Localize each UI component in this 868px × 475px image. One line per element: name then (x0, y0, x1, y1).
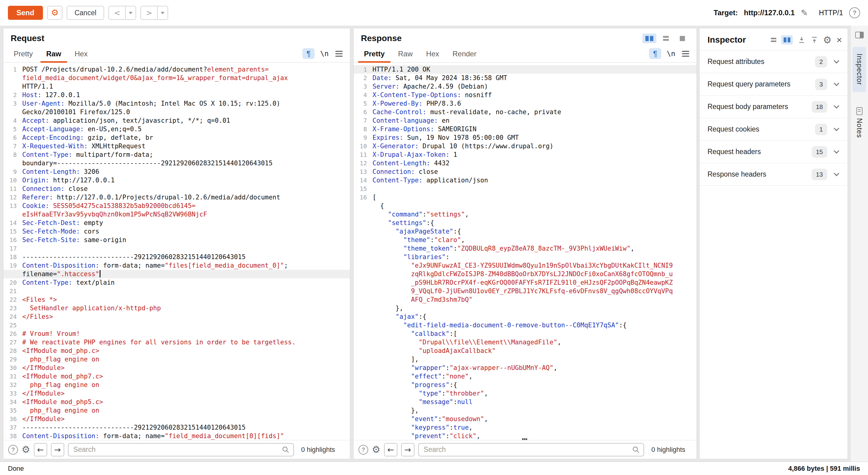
code-line[interactable]: ], (353, 355, 696, 363)
code-line[interactable]: 12Referer: http://127.0.0.1/Projects/dru… (3, 193, 350, 201)
code-line[interactable]: 3User-Agent: Mozilla/5.0 (Macintosh; Int… (3, 99, 350, 108)
code-line[interactable]: 6Cache-Control: must-revalidate, no-cach… (353, 108, 696, 116)
code-line[interactable]: 38Content-Disposition: form-data; name="… (3, 432, 350, 440)
code-line[interactable]: 33</IfModule> (3, 389, 350, 398)
inspector-section-response-headers[interactable]: Response headers13 (700, 163, 847, 186)
code-line[interactable]: 35 php_flag engine on (3, 406, 350, 415)
history-forward-dropdown[interactable] (157, 6, 167, 19)
tab-raw[interactable]: Raw (40, 45, 68, 62)
code-line[interactable]: 8X-Frame-Options: SAMEORIGIN (353, 125, 696, 133)
code-line[interactable]: 19Content-Disposition: form-data; name="… (3, 261, 350, 270)
code-line[interactable]: 11X-Drupal-Ajax-Token: 1 (353, 150, 696, 159)
code-line[interactable]: field_media_document/widget/0&ajax_form=… (3, 74, 350, 82)
request-editor[interactable]: 1POST /Projects/drupal-10.2.6/media/add/… (3, 63, 350, 440)
edit-target-icon[interactable]: ✎ (801, 8, 808, 18)
code-line[interactable]: 15Sec-Fetch-Mode: cors (3, 227, 350, 236)
code-line[interactable]: "type":"throbber", (353, 389, 696, 398)
tab-raw[interactable]: Raw (391, 45, 420, 62)
code-line[interactable]: 26# Vroum! Vroum! (3, 329, 350, 338)
editor-menu-button[interactable] (681, 50, 690, 58)
code-line[interactable]: 7X-Requested-With: XMLHttpRequest (3, 142, 350, 150)
search-next-button[interactable]: → (51, 443, 64, 456)
code-line[interactable]: "message":null (353, 398, 696, 406)
code-line[interactable]: 2Date: Sat, 04 May 2024 18:36:58 GMT (353, 74, 696, 82)
search-settings-icon[interactable]: ⚙ (22, 445, 30, 454)
show-newlines-toggle[interactable]: \n (667, 50, 675, 58)
code-line[interactable]: "uploadAjaxCallback" (353, 347, 696, 355)
history-back-dropdown[interactable] (125, 6, 135, 19)
code-line[interactable]: 31<IfModule mod_php7.c> (3, 372, 350, 381)
inspector-section-request-attributes[interactable]: Request attributes2 (700, 51, 847, 73)
history-back-button[interactable]: < (109, 6, 125, 19)
code-line[interactable]: HTTP/1.1 (3, 82, 350, 91)
code-line[interactable]: }, (353, 304, 696, 312)
tab-notes[interactable]: Notes (852, 100, 866, 145)
tab-pretty[interactable]: Pretty (357, 45, 391, 62)
code-line[interactable]: "progress":{ (353, 381, 696, 389)
send-settings-button[interactable]: ⚙ (47, 6, 62, 20)
code-line[interactable]: "command":"settings", (353, 210, 696, 219)
inspector-section-request-body-parameters[interactable]: Request body parameters18 (700, 96, 847, 118)
code-line[interactable]: 32 php_flag engine on (3, 381, 350, 389)
code-line[interactable]: 37-----------------------------292129206… (3, 423, 350, 432)
code-line[interactable]: "effect":"none", (353, 372, 696, 381)
code-line[interactable]: 10X-Generator: Drupal 10 (https://www.dr… (353, 142, 696, 150)
code-line[interactable]: 29 php_flag engine on (3, 355, 350, 363)
code-line[interactable]: 16Sec-Fetch-Site: same-origin (3, 236, 350, 244)
code-line[interactable]: 5Accept-Language: en-US,en;q=0.5 (3, 125, 350, 133)
code-line[interactable]: "Drupal\\file\\Element\\ManagedFile", (353, 338, 696, 347)
search-next-button[interactable]: → (401, 443, 414, 456)
code-line[interactable]: 23 SetHandler application/x-httpd-php (3, 304, 350, 312)
history-forward-button[interactable]: > (141, 6, 157, 19)
search-prev-button[interactable]: ← (384, 443, 398, 456)
search-input[interactable] (68, 443, 294, 456)
code-line[interactable]: 25 (3, 321, 350, 329)
layout-rows-button[interactable] (659, 33, 673, 43)
code-line[interactable]: eIsHfaaETVr3av95yvbqQhzn0kom1P5wPcNSqB2V… (3, 210, 350, 219)
code-line[interactable]: Gecko/20100101 Firefox/125.0 (3, 108, 350, 116)
code-line[interactable]: 18-----------------------------292129206… (3, 253, 350, 261)
inspector-section-request-headers[interactable]: Request headers15 (700, 141, 847, 163)
code-line[interactable]: 27# We reactivate PHP engines for all ve… (3, 338, 350, 347)
code-line[interactable]: 17 (3, 244, 350, 253)
inspector-columns-view-button[interactable] (781, 35, 793, 44)
code-line[interactable]: "event":"mousedown", (353, 415, 696, 423)
code-line[interactable]: 3Server: Apache/2.4.59 (Debian) (353, 82, 696, 91)
layout-single-button[interactable] (675, 33, 689, 43)
tab-hex[interactable]: Hex (68, 45, 94, 62)
code-line[interactable]: 2Host: 127.0.0.1 (3, 91, 350, 99)
code-line[interactable]: "callback":[ (353, 329, 696, 338)
code-line[interactable]: 24</Files> (3, 312, 350, 321)
code-line[interactable]: "wrapper":"ajax-wrapper--nUGbUMnY-AQ", (353, 363, 696, 372)
code-line[interactable]: 15 (353, 185, 696, 193)
editor-menu-button[interactable] (334, 50, 344, 58)
code-line[interactable]: "keypress":true, (353, 423, 696, 432)
code-line[interactable]: _pS9HLbR7ROcrPX4f-eqKGrOQ00FAFYFsR7IFZL9… (353, 278, 696, 287)
search-settings-icon[interactable]: ⚙ (372, 445, 380, 454)
code-line[interactable]: "settings":{ (353, 219, 696, 227)
code-line[interactable]: 14Content-Type: application/json (353, 176, 696, 185)
code-line[interactable]: 5X-Powered-By: PHP/8.3.6 (353, 99, 696, 108)
code-line[interactable]: 13Cookie: SESS05d4275ca1538832b5ab92000b… (3, 201, 350, 210)
code-line[interactable]: 4Accept: application/json, text/javascri… (3, 116, 350, 125)
inspector-settings-icon[interactable]: ⚙ (823, 35, 832, 45)
code-line[interactable]: 36</IfModule> (3, 415, 350, 423)
search-help-icon[interactable]: ? (8, 445, 18, 454)
code-line[interactable]: 4X-Content-Type-Options: nosniff (353, 91, 696, 99)
code-line[interactable]: 12Content-Length: 4432 (353, 159, 696, 167)
search-input[interactable] (418, 443, 644, 456)
search-help-icon[interactable]: ? (359, 445, 368, 454)
tab-render[interactable]: Render (446, 45, 483, 62)
show-newlines-toggle[interactable]: \n (320, 50, 329, 58)
soft-wrap-toggle[interactable]: ¶ (649, 48, 661, 59)
expand-all-button[interactable] (798, 36, 806, 44)
code-line[interactable]: 30</IfModule> (3, 363, 350, 372)
search-prev-button[interactable]: ← (34, 443, 47, 456)
code-line[interactable]: "ajaxPageState":{ (353, 227, 696, 236)
code-line[interactable]: 14Sec-Fetch-Dest: empty (3, 219, 350, 227)
help-icon[interactable]: ? (849, 7, 860, 18)
code-line[interactable]: 21 (3, 287, 350, 295)
http-version-selector[interactable]: HTTP/1 (819, 9, 843, 17)
code-line[interactable]: 16[ (353, 193, 696, 201)
code-line[interactable]: "edit-field-media-document-0-remove-butt… (353, 321, 696, 329)
